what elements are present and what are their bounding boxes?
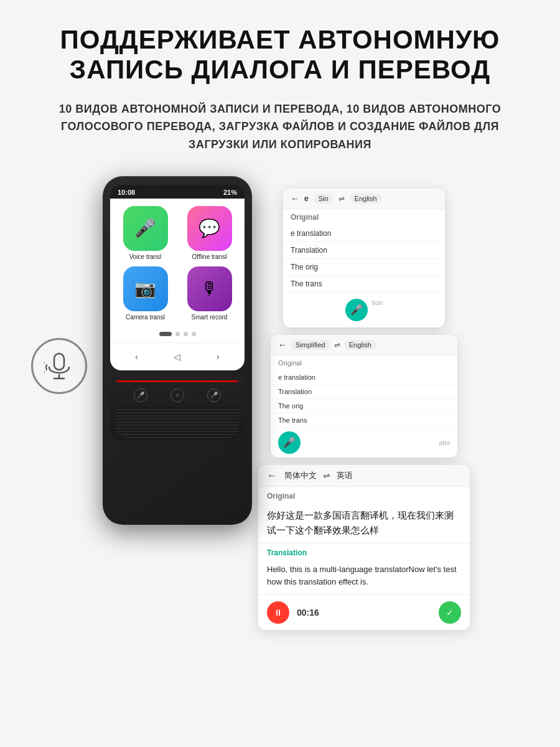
phone-hardware-buttons: 🎤 ○ 🎤 (110, 386, 245, 407)
app-label-camera: Camera transl (126, 314, 165, 321)
card1-lang-from-label: Sin (314, 194, 334, 204)
card2-lang-from: Simplified (291, 340, 330, 350)
card2-back[interactable]: ← (278, 340, 287, 350)
app-icon-offline: 💬 (187, 206, 232, 251)
camera-icon: 📷 (134, 278, 156, 299)
phone-device: 10:08 21% 🎤 Voice transl (90, 176, 264, 525)
confirm-button[interactable]: ✓ (439, 601, 461, 624)
card3-lang-switch: ⇌ (323, 471, 330, 481)
dot-3 (184, 332, 188, 336)
app-icon-voice: 🎤 (123, 206, 168, 251)
card3-footer: ⏸ 00:16 ✓ (258, 594, 470, 630)
phone-time: 10:08 (118, 189, 135, 196)
card1-mic-area: 🎤 tion (283, 293, 445, 327)
microphone-icon (44, 351, 74, 381)
card1-mic-button[interactable]: 🎤 (345, 299, 368, 321)
app-label-offline: Offline transl (192, 253, 227, 260)
nav-sound-button[interactable]: ◁ (169, 348, 186, 365)
card3-header: ← 简体中文 ⇌ 英语 (258, 465, 470, 487)
screen-card-2: ← Simplified ⇌ English Original e transl… (271, 335, 457, 458)
status-bar: 10:08 21% (110, 185, 245, 199)
card2-header: ← Simplified ⇌ English (271, 335, 457, 355)
hw-btn-center[interactable]: ○ (170, 388, 184, 402)
voice-icon: 🎤 (134, 218, 156, 238)
phone-speaker (115, 407, 240, 438)
card2-mic-area: 🎤 atio (271, 428, 457, 458)
hw-btn-right[interactable]: 🎤 (207, 388, 221, 402)
app-smart-record[interactable]: 🎙 Smart record (180, 266, 238, 321)
phone-bottom-hardware: 🎤 ○ 🎤 (110, 375, 245, 441)
subtitle: 10 ВИДОВ АВТОНОМНОЙ ЗАПИСИ И ПЕРЕВОДА, 1… (56, 100, 504, 154)
card3-english-text: Hello, this is a multi-language translat… (258, 560, 470, 594)
nav-left-button[interactable]: ‹ (128, 348, 146, 365)
overlay-screens: ← e Sin ⇌ English Original e translation… (258, 189, 470, 630)
screen-card-3: ← 简体中文 ⇌ 英语 Original 你好这是一款多国语言翻译机，现在我们来… (258, 465, 470, 630)
nav-right-button[interactable]: › (209, 348, 226, 365)
card1-lang-from: e (304, 194, 309, 203)
dot-2 (175, 332, 180, 336)
card3-original-label: Original (258, 487, 470, 503)
card3-back[interactable]: ← (267, 470, 277, 481)
card1-mic-label: tion (371, 299, 383, 321)
offline-icon: 💬 (198, 218, 220, 238)
card1-back[interactable]: ← (291, 194, 299, 204)
svg-rect-0 (54, 354, 64, 370)
card3-translation-label: Translation (258, 543, 470, 560)
card1-header: ← e Sin ⇌ English (283, 189, 445, 209)
card1-row-3: The orig (283, 259, 445, 276)
app-icon-camera: 📷 (123, 266, 168, 311)
card1-original-label: Original (283, 209, 445, 225)
card1-row-4: The trans (283, 276, 445, 293)
card2-row-1: e translation (271, 370, 457, 385)
pause-button[interactable]: ⏸ (267, 601, 289, 624)
page-container: ПОДДЕРЖИВАЕТ АВТОНОМНУЮ ЗАПИСЬ ДИАЛОГА И… (0, 0, 560, 747)
card2-original-label: Original (271, 355, 457, 370)
phone-battery: 21% (223, 189, 237, 196)
main-title: ПОДДЕРЖИВАЕТ АВТОНОМНУЮ ЗАПИСЬ ДИАЛОГА И… (25, 25, 535, 85)
app-camera-transl[interactable]: 📷 Camera transl (116, 266, 174, 321)
app-grid: 🎤 Voice transl 💬 Offline transl (110, 199, 245, 328)
phone-outer: 10:08 21% 🎤 Voice transl (103, 176, 252, 525)
app-voice-transl[interactable]: 🎤 Voice transl (116, 206, 174, 260)
card2-mic-button[interactable]: 🎤 (278, 431, 301, 454)
card3-lang-to: 英语 (337, 470, 353, 481)
page-dots (110, 328, 245, 342)
hw-btn-left[interactable]: 🎤 (134, 388, 147, 402)
mic-circle-decoration (31, 338, 87, 394)
dot-4 (192, 332, 196, 336)
card2-row-3: The orig (271, 399, 457, 413)
dot-1 (159, 332, 172, 336)
card3-lang-from: 简体中文 (284, 470, 317, 481)
card1-lang-to-label: English (350, 194, 382, 204)
screen-card-1: ← e Sin ⇌ English Original e translation… (283, 189, 445, 327)
card1-row-2: Translation (283, 242, 445, 259)
app-offline-transl[interactable]: 💬 Offline transl (180, 206, 238, 260)
app-label-smart: Smart record (192, 314, 228, 321)
card2-row-4: The trans (271, 413, 457, 428)
card2-lang-to: English (344, 340, 376, 350)
app-label-voice: Voice transl (129, 253, 162, 260)
card2-ation-label: atio (439, 439, 450, 446)
card2-lang-switch: ⇌ (334, 341, 340, 349)
app-icon-smart: 🎙 (187, 266, 232, 311)
smart-icon: 🎙 (201, 278, 218, 299)
red-strip (116, 380, 238, 382)
content-area: 10:08 21% 🎤 Voice transl (25, 176, 535, 630)
phone-screen: 10:08 21% 🎤 Voice transl (110, 185, 245, 370)
phone-nav-bar: ‹ ◁ › (110, 342, 245, 370)
card1-lang-switch: ⇌ (338, 194, 345, 203)
card3-chinese-text: 你好这是一款多国语言翻译机，现在我们来测试一下这个翻译效果怎么样 (258, 503, 470, 543)
timer-display: 00:16 (297, 608, 319, 618)
card1-row-1: e translation (283, 225, 445, 242)
card2-row-2: Translation (271, 385, 457, 399)
